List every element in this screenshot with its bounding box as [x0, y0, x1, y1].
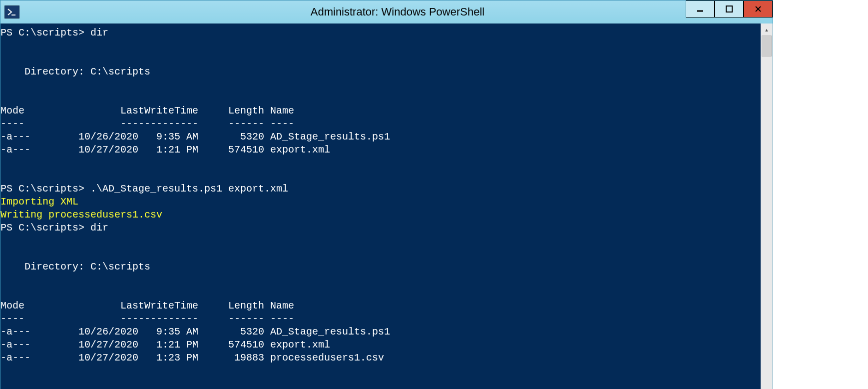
terminal-blank [0, 364, 761, 378]
table-row: -a--- 10/27/2020 1:21 PM 574510 export.x… [0, 338, 761, 352]
table-divider: ---- ------------- ------ ---- [0, 312, 761, 326]
table-header: Mode LastWriteTime Length Name [0, 104, 761, 118]
scroll-up-icon[interactable]: ▴ [761, 24, 773, 36]
terminal-blank [0, 170, 761, 182]
table-row: -a--- 10/27/2020 1:23 PM 19883 processed… [0, 352, 761, 364]
script-output: Writing processedusers1.csv [0, 208, 761, 222]
terminal-blank [0, 378, 761, 389]
table-header: Mode LastWriteTime Length Name [0, 300, 761, 312]
script-output: Importing XML [0, 196, 761, 208]
terminal-output[interactable]: PS C:\scripts> dir Directory: C:\scripts… [0, 24, 761, 389]
window-title: Administrator: Windows PowerShell [22, 6, 773, 18]
scroll-thumb[interactable] [762, 36, 772, 56]
powershell-window: Administrator: Windows PowerShell PS C:\… [0, 0, 773, 389]
close-button[interactable] [744, 0, 773, 18]
window-controls [686, 0, 773, 24]
vertical-scrollbar[interactable]: ▴ [761, 24, 773, 389]
titlebar[interactable]: Administrator: Windows PowerShell [0, 0, 773, 24]
table-row: -a--- 10/26/2020 9:35 AM 5320 AD_Stage_r… [0, 130, 761, 144]
terminal-line: PS C:\scripts> dir [0, 222, 761, 234]
terminal-blank [0, 156, 761, 170]
dir-header: Directory: C:\scripts [0, 66, 761, 78]
terminal-line: PS C:\scripts> dir [0, 26, 761, 40]
terminal-blank [0, 248, 761, 260]
table-row: -a--- 10/27/2020 1:21 PM 574510 export.x… [0, 144, 761, 156]
terminal-blank [0, 92, 761, 104]
minimize-button[interactable] [686, 0, 715, 18]
powershell-icon[interactable] [4, 6, 19, 18]
table-divider: ---- ------------- ------ ---- [0, 118, 761, 130]
terminal-line: PS C:\scripts> .\AD_Stage_results.ps1 ex… [0, 182, 761, 196]
terminal-blank [0, 78, 761, 92]
dir-header: Directory: C:\scripts [0, 260, 761, 274]
maximize-button[interactable] [715, 0, 744, 18]
terminal-blank [0, 234, 761, 248]
table-row: -a--- 10/26/2020 9:35 AM 5320 AD_Stage_r… [0, 326, 761, 338]
terminal-blank [0, 40, 761, 52]
terminal-blank [0, 286, 761, 300]
terminal-blank [0, 52, 761, 66]
svg-rect-2 [726, 6, 732, 12]
terminal-blank [0, 274, 761, 286]
scroll-track[interactable] [761, 36, 773, 389]
